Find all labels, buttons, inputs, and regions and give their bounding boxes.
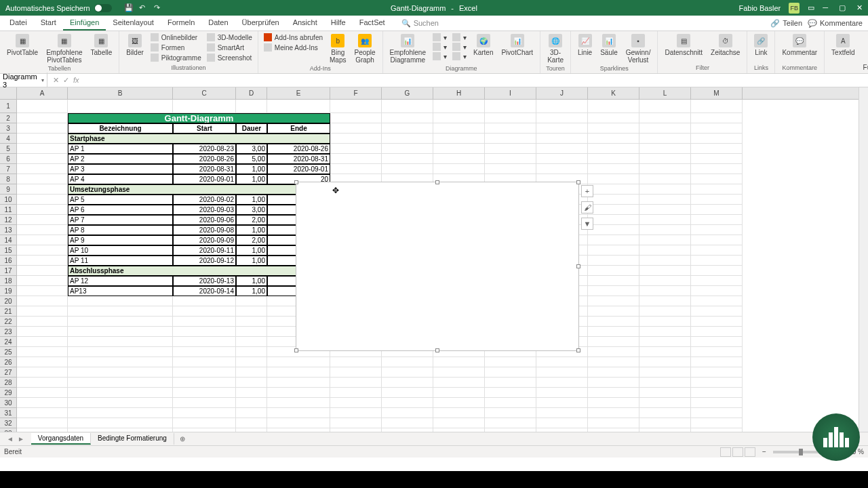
cell-G26[interactable]	[382, 357, 433, 367]
cell-F5[interactable]	[330, 144, 382, 154]
cell-D18[interactable]: 1,00	[236, 276, 267, 286]
cell-D12[interactable]: 2,00	[236, 215, 267, 225]
cell-L10[interactable]	[639, 195, 691, 205]
cell-H30[interactable]	[433, 398, 485, 408]
cell-J7[interactable]	[536, 164, 588, 174]
col-header-H[interactable]: H	[433, 87, 485, 99]
cell-K31[interactable]	[588, 408, 639, 418]
cell-I3[interactable]	[485, 123, 536, 134]
cell-D19[interactable]: 1,00	[236, 286, 267, 296]
cell-E3[interactable]: Ende	[267, 123, 330, 134]
close-icon[interactable]: ✕	[856, 3, 863, 12]
cell-M2[interactable]	[691, 113, 743, 123]
shapes-button[interactable]: Formen	[149, 43, 203, 52]
cell-M22[interactable]	[691, 317, 743, 327]
cell-E28[interactable]	[267, 378, 330, 388]
cell-D6[interactable]: 5,00	[236, 154, 267, 164]
cell-E27[interactable]	[267, 367, 330, 378]
cell-H3[interactable]	[433, 123, 485, 134]
cell-F27[interactable]	[330, 367, 382, 378]
col-header-K[interactable]: K	[588, 87, 639, 99]
cell-C5[interactable]: 2020-08-23	[173, 144, 236, 154]
cell-F3[interactable]	[330, 123, 382, 134]
cell-D16[interactable]: 1,00	[236, 256, 267, 266]
ribbon-tab-start[interactable]: Start	[34, 16, 63, 30]
cell-D14[interactable]: 2,00	[236, 235, 267, 245]
cell-L25[interactable]	[639, 347, 691, 357]
slicer-button[interactable]: ▤Datenschnitt	[662, 33, 705, 58]
cell-J28[interactable]	[536, 378, 588, 388]
cell-I33[interactable]	[485, 428, 536, 432]
cell-M31[interactable]	[691, 408, 743, 418]
cell-G7[interactable]	[382, 164, 433, 174]
name-box[interactable]: Diagramm 3▾	[0, 73, 47, 89]
cell-C31[interactable]	[173, 408, 236, 418]
chart-filter-icon[interactable]: ▼	[581, 218, 593, 230]
col-header-B[interactable]: B	[68, 87, 173, 99]
cell-K16[interactable]	[588, 256, 639, 266]
cell-G27[interactable]	[382, 367, 433, 378]
cell-D5[interactable]: 3,00	[236, 144, 267, 154]
cell-B28[interactable]	[68, 378, 173, 388]
cell-I28[interactable]	[485, 378, 536, 388]
cell-J33[interactable]	[536, 428, 588, 432]
cell-B15[interactable]: AP 10	[68, 245, 173, 256]
select-all-corner[interactable]	[0, 87, 17, 99]
row-header-26[interactable]: 26	[0, 357, 17, 367]
cell-B13[interactable]: AP 8	[68, 225, 173, 235]
cell-A31[interactable]	[17, 408, 68, 418]
cell-A5[interactable]	[17, 144, 68, 154]
cell-H4[interactable]	[433, 134, 485, 144]
cell-I4[interactable]	[485, 134, 536, 144]
chart-elements-icon[interactable]: +	[581, 185, 593, 197]
view-pagebreak-button[interactable]	[745, 447, 755, 457]
get-addins-button[interactable]: Add-Ins abrufen	[262, 33, 324, 42]
cell-I5[interactable]	[485, 144, 536, 154]
cell-H2[interactable]	[433, 113, 485, 123]
cell-D8[interactable]: 1,00	[236, 174, 267, 184]
cell-K19[interactable]	[588, 286, 639, 296]
row-header-8[interactable]: 8	[0, 174, 17, 184]
cell-D20[interactable]	[236, 296, 267, 306]
ribbon-tab-factset[interactable]: FactSet	[353, 16, 392, 30]
cell-D31[interactable]	[236, 408, 267, 418]
cell-A15[interactable]	[17, 245, 68, 256]
cell-K21[interactable]	[588, 306, 639, 317]
chart-type-4[interactable]: ▾	[451, 33, 468, 42]
cell-C22[interactable]	[173, 317, 236, 327]
row-header-10[interactable]: 10	[0, 195, 17, 205]
cell-L21[interactable]	[639, 306, 691, 317]
cell-A14[interactable]	[17, 235, 68, 245]
cell-L1[interactable]	[639, 100, 691, 113]
bing-maps-button[interactable]: bBing Maps	[327, 33, 349, 65]
cell-M9[interactable]	[691, 184, 743, 195]
maps-button[interactable]: 🌍Karten	[471, 33, 496, 58]
cell-C3[interactable]: Start	[173, 123, 236, 134]
cell-C23[interactable]	[173, 327, 236, 337]
cell-B22[interactable]	[68, 317, 173, 327]
cell-B31[interactable]	[68, 408, 173, 418]
cell-B24[interactable]	[68, 337, 173, 347]
cell-K22[interactable]	[588, 317, 639, 327]
cell-I27[interactable]	[485, 367, 536, 378]
cell-A4[interactable]	[17, 134, 68, 144]
cell-L16[interactable]	[639, 256, 691, 266]
ribbon-tab-hilfe[interactable]: Hilfe	[324, 16, 353, 30]
ribbon-tab-ansicht[interactable]: Ansicht	[286, 16, 324, 30]
cell-L27[interactable]	[639, 367, 691, 378]
row-header-14[interactable]: 14	[0, 235, 17, 245]
sparkline-column-button[interactable]: 📊Säule	[597, 33, 620, 58]
cell-L9[interactable]	[639, 184, 691, 195]
cell-J27[interactable]	[536, 367, 588, 378]
cell-E33[interactable]	[267, 428, 330, 432]
cell-A29[interactable]	[17, 388, 68, 398]
cell-M1[interactable]	[691, 100, 743, 113]
cell-H28[interactable]	[433, 378, 485, 388]
cell-A11[interactable]	[17, 205, 68, 215]
cell-K17[interactable]	[588, 266, 639, 276]
sheet-tab-0[interactable]: Vorgangsdaten	[31, 433, 91, 445]
cell-L5[interactable]	[639, 144, 691, 154]
cell-C15[interactable]: 2020-09-11	[173, 245, 236, 256]
cell-M17[interactable]	[691, 266, 743, 276]
ribbon-tab-seitenlayout[interactable]: Seitenlayout	[106, 16, 161, 30]
